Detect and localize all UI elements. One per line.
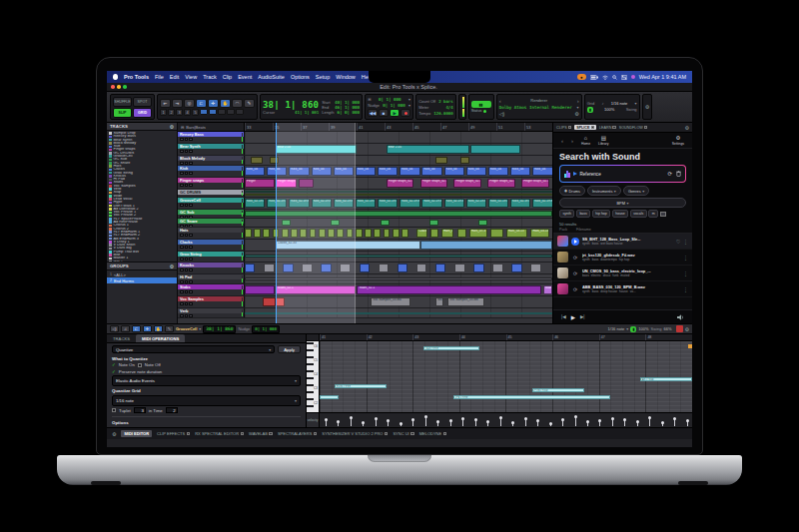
audio-clip[interactable]: Kick_02-19-MIDI [400, 199, 419, 208]
menu-item[interactable]: Track [203, 74, 217, 80]
audio-clip[interactable]: Finger snaps_02-19 [276, 179, 298, 188]
track-mini-button[interactable] [189, 302, 193, 305]
track-header[interactable]: Hats [178, 228, 245, 239]
midi-strength-pill[interactable]: ▮ [630, 326, 636, 332]
audio-clip[interactable]: Kick_02-19-MIDI [245, 199, 265, 208]
mode-grid[interactable]: GRID [133, 108, 152, 118]
track-mini-button[interactable] [180, 138, 184, 141]
bottom-tab-toggle[interactable] [187, 432, 191, 436]
audio-clip[interactable]: Stabs_02-1 [276, 285, 356, 294]
more-icon[interactable]: ⋮ [683, 239, 688, 245]
nudge-value[interactable]: 0| 1| 000 [383, 103, 405, 108]
audio-clip[interactable] [263, 297, 275, 306]
apple-logo[interactable] [113, 74, 118, 80]
tag-pill[interactable]: m [648, 210, 658, 218]
audio-clip[interactable] [490, 229, 502, 238]
track-header[interactable]: Bear Synth [178, 144, 245, 155]
menu-item[interactable]: View [185, 74, 197, 80]
loop-icon[interactable]: ⟳ [571, 286, 579, 292]
speaker-icon[interactable]: ◁) [499, 111, 505, 117]
track-mini-button[interactable] [180, 225, 184, 227]
scrub-tool[interactable]: ◠ [232, 99, 243, 108]
bottom-tab-toggle[interactable] [314, 432, 318, 436]
track-lane[interactable]: Voc Samples_03-M4VocVoc Samples_03-M8 [245, 296, 552, 307]
track-lane[interactable] [245, 156, 552, 165]
track-mini-button[interactable] [189, 204, 193, 207]
bottom-tab-toggle[interactable] [241, 432, 245, 436]
tab-tracks[interactable]: TRACKS [107, 334, 136, 342]
view-toggle[interactable] [236, 109, 244, 115]
track-mini-button[interactable] [185, 258, 189, 261]
zoomer-tool[interactable]: ◎ [184, 99, 195, 108]
audio-clip[interactable]: Kick_02-19-MIDI [312, 199, 332, 208]
track-mini-button[interactable] [180, 302, 184, 305]
bottom-gear-icon[interactable]: ⚙ [112, 431, 116, 437]
track-mini-button[interactable] [180, 246, 184, 249]
track-mini-button[interactable] [189, 268, 193, 271]
audio-clip[interactable]: Voc Samples_03-M8 [447, 297, 484, 306]
audio-clip[interactable]: Finger snaps_02-19 [521, 179, 549, 188]
track-mini-button[interactable] [189, 258, 193, 261]
audio-clip[interactable] [282, 220, 291, 226]
track-mini-button[interactable] [185, 138, 189, 141]
audio-clip[interactable]: Kick_04 [510, 167, 530, 176]
countoff-row[interactable]: Count Off2 bars [418, 99, 453, 104]
audio-clip[interactable] [310, 229, 317, 238]
pack-art[interactable] [557, 267, 568, 278]
zoom-preset[interactable]: 2 [168, 109, 175, 116]
track-mini-button[interactable] [185, 184, 189, 187]
audio-clip[interactable] [340, 264, 350, 272]
audio-clip[interactable] [263, 229, 270, 238]
tag-pill[interactable]: vocals [630, 210, 647, 218]
track-mini-button[interactable] [189, 280, 193, 283]
control-center-icon[interactable] [621, 75, 627, 80]
menu-item[interactable]: Clip [223, 74, 232, 80]
zoom-preset[interactable]: 4 [184, 109, 191, 116]
audio-clip[interactable]: Kick_04 [444, 167, 464, 176]
track-mini-button[interactable] [185, 162, 189, 165]
audio-clip[interactable]: Kick_04 [378, 167, 398, 176]
audio-clip[interactable] [381, 220, 390, 226]
audio-clip[interactable] [245, 211, 552, 217]
audio-clip[interactable]: Kick_02-19-MIDI [444, 199, 464, 208]
audio-clip[interactable] [460, 157, 469, 164]
track-mini-button[interactable] [189, 216, 193, 218]
track-lane[interactable] [245, 252, 552, 262]
midi-grabber-tool[interactable]: ✋ [154, 325, 163, 332]
audio-clip[interactable]: Kick_04 [421, 167, 441, 176]
tuplet-checkbox[interactable] [112, 408, 116, 412]
track-mini-button[interactable] [185, 225, 189, 227]
audio-clip[interactable] [319, 229, 326, 238]
midi-note[interactable]: G4 / 127 [423, 346, 479, 350]
back-icon[interactable]: ‹ [561, 138, 563, 144]
midi-selector-tool[interactable]: ✛ [143, 325, 152, 332]
operation-select[interactable]: Quantize▾ [112, 345, 275, 353]
audio-clip[interactable] [245, 191, 552, 194]
track-mini-button[interactable] [180, 150, 184, 153]
audio-clip[interactable]: Kick_04 [267, 167, 287, 176]
track-mini-button[interactable] [189, 150, 193, 153]
audio-clip[interactable]: Kick_02-19-MIDI [510, 199, 530, 208]
track-mini-button[interactable] [189, 162, 193, 165]
track-header[interactable]: Finger snaps [178, 178, 245, 189]
timeline-ruler[interactable]: ⊟Bars|Beats 3335373941434547495153 [178, 123, 552, 132]
minimize-button[interactable] [117, 85, 121, 89]
audio-clip[interactable]: Kick_04 [488, 167, 508, 176]
view-toggle[interactable] [200, 109, 208, 115]
audio-clip[interactable] [245, 277, 552, 280]
audio-clip[interactable] [401, 229, 408, 238]
audio-clip[interactable] [245, 255, 552, 258]
more-icon[interactable]: ⋮ [683, 286, 688, 292]
more-icon[interactable]: ⋮ [683, 270, 688, 276]
audio-clip[interactable]: Kick_02-19-MIDI [334, 199, 354, 208]
mode-shuffle[interactable]: SHUFFLE [113, 97, 132, 107]
midi-note[interactable]: D#3 / 127 [335, 384, 387, 388]
audio-clip[interactable] [379, 264, 389, 272]
nav-library[interactable]: ▤Library [598, 136, 608, 146]
menu-item[interactable]: Options [291, 74, 310, 80]
audio-clip[interactable] [251, 157, 263, 164]
countoff-row[interactable]: Meter4/4 [418, 105, 453, 110]
track-mini-button[interactable] [185, 172, 189, 175]
bottom-tab-toggle[interactable] [385, 432, 389, 436]
more-icon[interactable]: ⋮ [683, 255, 688, 261]
